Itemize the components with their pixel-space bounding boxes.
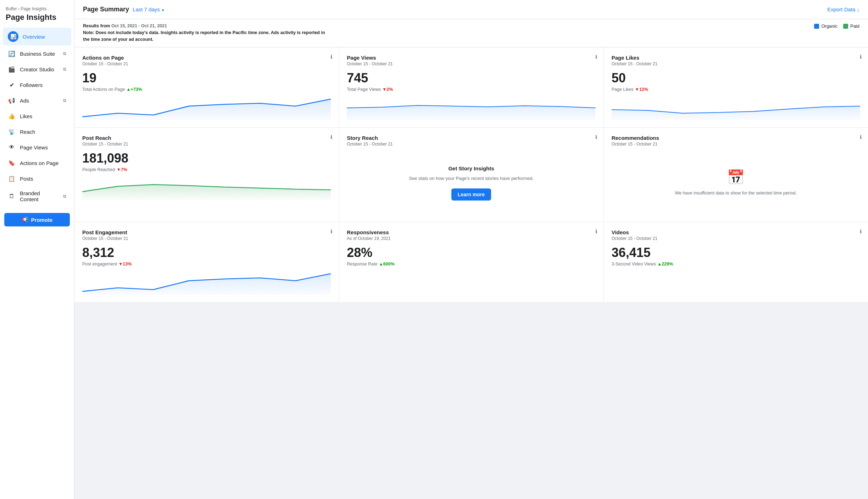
card-post-reach: Post Reach October 15 - October 21 ℹ 181… [74,128,339,222]
header-left: Page Summary Last 7 days ⬧ [83,6,165,13]
sidebar-header: Buffer › Page Insights Page Insights [0,0,74,26]
nav-label-business-suite: Business Suite [20,51,55,57]
card-page-likes: Page Likes October 15 - October 21 ℹ 50 … [604,48,868,127]
sidebar-item-business-suite[interactable]: 🔄 Business Suite ⧉ [3,46,71,61]
reco-text: We have insufficient data to show for th… [675,190,797,197]
info-icon-recommendations[interactable]: ℹ [860,134,862,140]
sidebar-item-followers[interactable]: ✔ Followers [3,77,71,92]
trend-page-views: ▼2% [382,87,393,92]
sidebar-item-reach[interactable]: 📡 Reach [3,124,71,139]
card-title-recommendations: Recommendations [612,135,860,141]
card-title-post-reach: Post Reach [82,135,331,141]
nav-icon-page-views: 👁 [8,143,16,151]
sidebar-item-page-views[interactable]: 👁 Page Views [3,140,71,155]
sidebar-item-overview[interactable]: 📊 Overview [3,28,71,45]
card-subtitle-page-views: Total Page Views ▼2% [347,87,595,92]
subtitle-text-page-likes: Page Likes [612,87,634,92]
nav-icon-ads: 📢 [8,97,16,104]
chart-post-engagement [82,270,331,295]
info-icon-page-likes[interactable]: ℹ [860,54,862,60]
info-icon-post-engagement[interactable]: ℹ [330,229,332,234]
nav-label-followers: Followers [20,82,43,88]
card-title-videos: Videos [612,229,860,235]
card-subtitle-post-engagement: Post engagement ▼13% [82,262,331,267]
sidebar-item-creator-studio[interactable]: 🎬 Creator Studio ⧉ [3,62,71,77]
nav-icon-business-suite: 🔄 [8,50,16,57]
chart-post-reach [82,176,331,201]
legend-organic: Organic [814,23,838,29]
info-icon-videos[interactable]: ℹ [860,229,862,234]
sidebar-item-likes[interactable]: 👍 Likes [3,109,71,124]
subtitle-text-post-engagement: Post engagement [82,262,117,267]
card-date-responsiveness: As of October 19, 2021 [347,236,595,241]
card-subtitle-post-reach: People Reached ▼7% [82,167,331,172]
external-link-icon-ads: ⧉ [63,98,66,103]
subtitle-text-page-views: Total Page Views [347,87,381,92]
card-date-post-reach: October 15 - October 21 [82,142,331,147]
reco-center: 📅 We have insufficient data to show for … [612,151,860,215]
nav-label-branded-content: Branded Content [20,190,59,202]
card-title-actions-on-page: Actions on Page [82,55,331,61]
paid-label: Paid [850,23,859,29]
card-date-page-likes: October 15 - October 21 [612,61,860,66]
trend-post-engagement: ▼13% [118,262,132,267]
trend-post-reach: ▼7% [116,167,127,172]
main-header: Page Summary Last 7 days ⬧ Export Data ↓ [74,0,868,19]
card-date-page-views: October 15 - October 21 [347,61,595,66]
sidebar-item-actions-on-page[interactable]: 🔖 Actions on Page [3,155,71,170]
sidebar-nav: 📊 Overview 🔄 Business Suite ⧉ 🎬 Creator … [0,26,74,208]
card-value-page-views: 745 [347,71,595,86]
breadcrumb: Buffer › Page Insights [6,6,68,11]
main-content: Page Summary Last 7 days ⬧ Export Data ↓… [74,0,868,499]
nav-label-likes: Likes [20,113,32,119]
organic-label: Organic [821,23,838,29]
sidebar-title: Page Insights [6,13,68,22]
trend-actions-on-page: ▲+73% [126,87,142,92]
card-value-post-reach: 181,098 [82,151,331,166]
sidebar-item-ads[interactable]: 📢 Ads ⧉ [3,93,71,108]
story-center: Get Story Insights See stats on how your… [347,151,595,215]
card-date-videos: October 15 - October 21 [612,236,860,241]
nav-label-ads: Ads [20,98,29,104]
info-note: Note: Does not include today's data. Ins… [83,30,325,42]
info-icon-page-views[interactable]: ℹ [595,54,597,60]
card-videos: Videos October 15 - October 21 ℹ 36,415 … [604,222,868,302]
card-actions-on-page: Actions on Page October 15 - October 21 … [74,48,339,127]
sidebar-item-branded-content[interactable]: 🗒 Branded Content ⧉ [3,187,71,206]
trend-page-likes: ▼12% [635,87,648,92]
info-icon-post-reach[interactable]: ℹ [330,134,332,140]
card-date-story-reach: October 15 - October 21 [347,142,595,147]
sidebar: Buffer › Page Insights Page Insights 📊 O… [0,0,74,499]
megaphone-icon: 📢 [22,216,28,223]
export-button[interactable]: Export Data ↓ [827,6,859,12]
info-icon-actions-on-page[interactable]: ℹ [330,54,332,60]
learn-more-button[interactable]: Learn more [451,188,491,201]
info-icon-story-reach[interactable]: ℹ [595,134,597,140]
trend-videos: ▲229% [657,262,673,267]
nav-label-reach: Reach [20,129,35,135]
nav-icon-followers: ✔ [8,81,16,89]
card-responsiveness: Responsiveness As of October 19, 2021 ℹ … [339,222,603,302]
card-title-responsiveness: Responsiveness [347,229,595,235]
card-subtitle-responsiveness: Response Rate ▲600% [347,262,595,267]
nav-icon-overview: 📊 [8,31,18,42]
external-link-icon-business-suite: ⧉ [63,51,66,56]
info-text: Results from Oct 15, 2021 - Oct 21, 2021… [83,23,331,43]
date-range-selector[interactable]: Last 7 days ⬧ [133,6,165,12]
card-date-post-engagement: October 15 - October 21 [82,236,331,241]
card-page-views: Page Views October 15 - October 21 ℹ 745… [339,48,603,127]
subtitle-text-actions-on-page: Total Actions on Page [82,87,125,92]
trend-responsiveness: ▲600% [379,262,395,267]
promote-button[interactable]: 📢 Promote [4,213,70,226]
subtitle-text-videos: 3-Second Video Views [612,262,656,267]
paid-dot [843,24,848,29]
info-prefix: Results from [83,23,111,28]
cards-grid: Actions on Page October 15 - October 21 … [74,48,868,302]
sidebar-item-posts[interactable]: 📋 Posts [3,171,71,186]
nav-icon-actions-on-page: 🔖 [8,159,16,167]
info-icon-responsiveness[interactable]: ℹ [595,229,597,234]
nav-label-creator-studio: Creator Studio [20,66,54,72]
info-date-range: Oct 15, 2021 - Oct 21, 2021 [111,23,167,28]
story-title: Get Story Insights [448,165,494,171]
nav-icon-branded-content: 🗒 [8,192,16,200]
